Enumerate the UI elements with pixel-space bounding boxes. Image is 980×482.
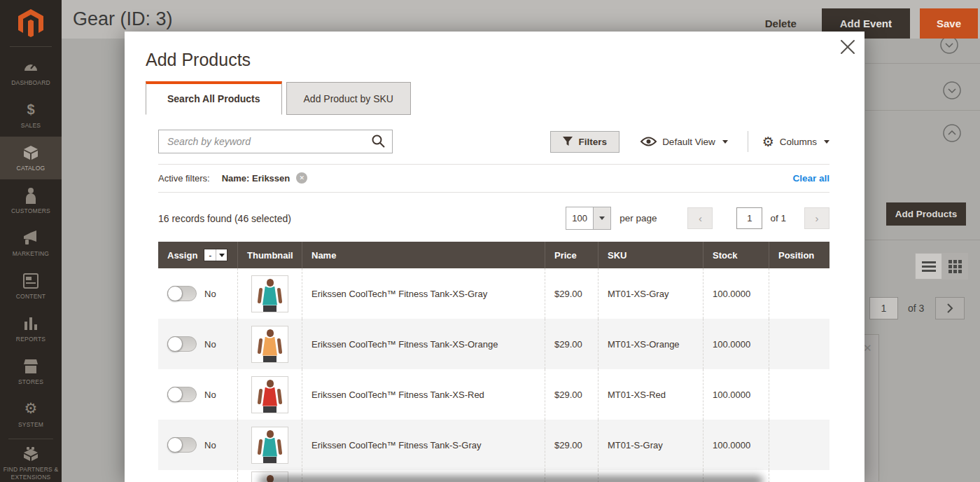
sidebar-divider [10, 46, 52, 47]
add-products-modal: Add Products Search All Products Add Pro… [125, 32, 864, 482]
table-row: No Erikssen CoolTech™ Fitness Tank-XS-Gr… [158, 268, 830, 319]
assign-toggle[interactable] [167, 286, 197, 301]
toolbar-divider [748, 131, 748, 152]
columns-label: Columns [780, 137, 817, 147]
modal-title: Add Products [146, 50, 830, 70]
sidebar-item-marketing[interactable]: MARKETING [0, 222, 62, 265]
product-position [769, 420, 830, 470]
tab-search-all-products[interactable]: Search All Products [146, 81, 282, 115]
per-page-select[interactable]: 100 [566, 207, 611, 230]
magento-logo[interactable] [0, 0, 62, 46]
column-header-assign[interactable]: Assign - [158, 242, 237, 268]
bg-next-page-button[interactable] [935, 297, 965, 319]
assign-state: No [204, 390, 216, 400]
background-pagination: of 3 [869, 297, 965, 319]
remove-filter-icon[interactable]: ✕ [296, 172, 307, 184]
bg-page-input[interactable] [869, 297, 898, 319]
product-position [769, 369, 830, 420]
sidebar-item-stores[interactable]: STORES [0, 350, 62, 393]
close-icon[interactable] [839, 39, 856, 55]
sidebar-divider [8, 439, 53, 439]
product-position [769, 319, 830, 369]
view-mode-toggle [915, 253, 968, 280]
sidebar-item-label: CUSTOMERS [11, 207, 50, 215]
assign-toggle[interactable] [167, 437, 197, 453]
records-summary: 16 records found (46 selected) [158, 213, 291, 224]
toolbar-controls: Filters Default View ⚙ Columns [550, 131, 830, 153]
column-header-name[interactable]: Name [302, 242, 545, 268]
grid-view-button[interactable] [941, 253, 968, 280]
product-name: Erikssen CoolTech™ Fitness Tank-XS-Orang… [302, 319, 545, 369]
assign-toggle[interactable] [167, 387, 197, 402]
save-button[interactable]: Save [920, 8, 978, 39]
product-sku: MT01-S-Gray [598, 420, 703, 470]
filters-button[interactable]: Filters [550, 131, 620, 153]
sidebar-item-reports[interactable]: REPORTS [0, 308, 62, 350]
system-icon: ⚙ [22, 401, 39, 418]
table-row: No Erikssen CoolTech™ Fitness Tank-S-Gra… [158, 420, 830, 470]
product-stock: 100.0000 [703, 369, 769, 420]
list-view-button[interactable] [915, 253, 941, 280]
assign-state: No [204, 289, 216, 299]
chevron-down-icon [722, 140, 728, 144]
page-input[interactable] [736, 207, 762, 229]
product-thumbnail [251, 326, 288, 363]
columns-selector[interactable]: ⚙ Columns [762, 135, 830, 149]
sidebar-item-label: CONTENT [16, 293, 46, 301]
view-selector[interactable]: Default View [640, 137, 728, 147]
product-name: Erikssen CoolTech™ Fitness Tank-XS-Red [302, 369, 545, 420]
modal-pagination: 100 per page ‹ of 1 › [566, 207, 830, 230]
view-label: Default View [662, 137, 715, 147]
tab-add-product-by-sku[interactable]: Add Product by SKU [286, 82, 411, 115]
column-header-price[interactable]: Price [545, 242, 598, 268]
column-header-position[interactable]: Position [769, 242, 830, 268]
filter-icon [563, 137, 573, 146]
reports-icon [22, 315, 39, 332]
search-input[interactable] [158, 130, 393, 153]
sidebar-item-dashboard[interactable]: DASHBOARD [0, 51, 62, 94]
product-thumbnail [251, 427, 288, 464]
sidebar-item-system[interactable]: ⚙ SYSTEM [0, 393, 62, 436]
assign-header-label: Assign [167, 250, 197, 261]
product-sku: MT01-XS-Gray [598, 268, 703, 319]
catalog-icon [22, 144, 39, 161]
product-stock: 100.0000 [703, 268, 769, 319]
sidebar-item-catalog[interactable]: CATALOG [0, 137, 62, 179]
add-products-button[interactable]: Add Products [886, 202, 966, 226]
assign-dropdown[interactable]: - [204, 249, 227, 261]
filters-label: Filters [579, 137, 608, 147]
delete-button[interactable]: Delete [765, 18, 797, 29]
search-button[interactable] [369, 133, 387, 150]
sidebar-item-sales[interactable]: $ SALES [0, 94, 62, 137]
product-price: $29.00 [545, 420, 598, 470]
sidebar-item-customers[interactable]: CUSTOMERS [0, 179, 62, 222]
magento-logo-icon [18, 8, 44, 38]
screen-bottom-overlay [259, 476, 763, 482]
next-page-button[interactable]: › [804, 207, 830, 229]
toggle-knob [167, 437, 183, 453]
search-icon [371, 134, 385, 148]
product-thumbnail [251, 376, 288, 413]
column-header-thumbnail[interactable]: Thumbnail [237, 242, 302, 268]
product-price: $29.00 [545, 319, 598, 369]
clear-all-link[interactable]: Clear all [792, 173, 830, 184]
sidebar-item-find-partners[interactable]: FIND PARTNERS & EXTENSIONS [0, 442, 62, 482]
customers-icon [22, 187, 39, 204]
column-header-stock[interactable]: Stock [703, 242, 769, 268]
prev-page-button[interactable]: ‹ [687, 207, 713, 229]
product-name: Erikssen CoolTech™ Fitness Tank-XS-Gray [302, 268, 545, 319]
assign-toggle[interactable] [167, 336, 197, 352]
chevron-up-icon[interactable] [943, 124, 961, 142]
eye-icon [640, 137, 657, 146]
product-thumbnail [251, 275, 288, 312]
chevron-down-icon[interactable] [943, 81, 961, 99]
products-grid-area: Filters Default View ⚙ Columns [158, 130, 830, 482]
table-row: No Erikssen CoolTech™ Fitness Tank-XS-Or… [158, 319, 830, 369]
stores-icon [22, 358, 39, 375]
bg-page-count: of 3 [908, 303, 924, 314]
per-page-label: per page [620, 213, 657, 223]
page-count: of 1 [770, 213, 786, 223]
column-header-sku[interactable]: SKU [598, 242, 703, 268]
sidebar-item-content[interactable]: CONTENT [0, 265, 62, 308]
product-price: $29.00 [545, 268, 598, 319]
